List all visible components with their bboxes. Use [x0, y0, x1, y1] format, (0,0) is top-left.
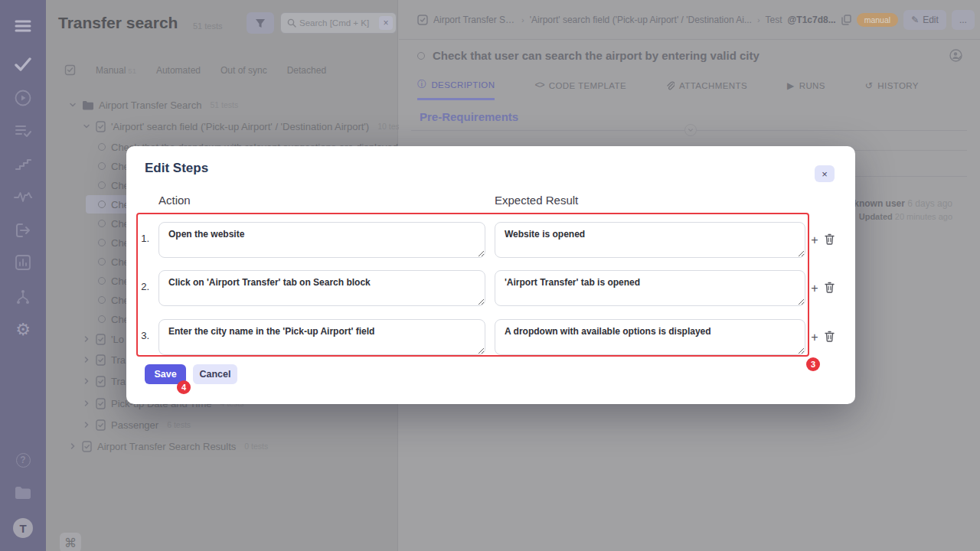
pulse-icon[interactable] [0, 183, 46, 210]
test-title-row: Check that user can search the airport b… [417, 49, 962, 62]
edit-button[interactable]: ✎Edit [903, 10, 946, 30]
modal-close-button[interactable]: × [815, 165, 835, 182]
circle-icon [98, 201, 106, 208]
tree-item-group[interactable]: Tra [83, 372, 126, 390]
command-shortcut-button[interactable]: ⌘ [60, 533, 81, 551]
select-all-icon[interactable] [64, 64, 76, 76]
login-icon[interactable] [0, 217, 46, 244]
folder-icon [82, 100, 93, 110]
document-icon [96, 419, 106, 431]
menu-icon[interactable] [0, 12, 46, 40]
tab-detached[interactable]: Detached [287, 65, 326, 76]
code-icon: <> [534, 80, 544, 91]
test-meta: Unknown user 6 days ago Updated 20 minut… [841, 197, 952, 223]
add-step-button[interactable]: + [808, 282, 821, 295]
tree-item-test[interactable]: Che [98, 157, 129, 175]
step-expected-input[interactable]: 'Airport Transfer' tab is opened [495, 270, 805, 306]
user-check-icon[interactable] [949, 49, 962, 62]
breadcrumb-test[interactable]: Test [766, 15, 782, 25]
tree-item-group[interactable]: 'Lo [83, 330, 124, 348]
help-icon[interactable]: ? [0, 446, 46, 474]
search-clear-button[interactable]: × [379, 16, 393, 30]
projects-icon[interactable] [0, 479, 46, 507]
steps-icon[interactable] [0, 150, 46, 178]
document-icon [96, 398, 106, 409]
status-circle-icon [417, 52, 425, 60]
step-number: 3. [132, 330, 149, 341]
delete-step-icon[interactable] [825, 233, 835, 245]
step-action-input[interactable]: Click on 'Airport Transfer' tab on Searc… [158, 270, 485, 306]
test-plan-icon[interactable] [0, 117, 46, 145]
tab-history[interactable]: ↺HISTORY [865, 78, 919, 100]
breadcrumb-suite[interactable]: Airport Transfer Se... [433, 15, 516, 25]
chevron-separator: › [521, 15, 524, 24]
filter-button[interactable] [247, 12, 274, 34]
tree-item-test[interactable]: Che [98, 291, 129, 309]
tree-item-test[interactable]: Che [98, 253, 129, 271]
copy-icon[interactable] [841, 15, 851, 25]
collapse-chevron-icon[interactable] [684, 124, 697, 136]
delete-step-icon[interactable] [825, 331, 835, 342]
chevron-down-icon [69, 101, 77, 109]
annotation-badge-3: 3 [806, 357, 820, 371]
history-icon: ↺ [865, 80, 873, 91]
icon-rail: ⚙ ? T [0, 0, 46, 551]
breadcrumb-group[interactable]: 'Airport' search field ('Pick-up Airport… [530, 15, 752, 25]
tree-item-group[interactable]: 'Airport' search field ('Pick-up Airport… [83, 117, 400, 135]
tab-out-of-sync[interactable]: Out of sync [220, 65, 267, 76]
chevron-right-icon [69, 442, 77, 450]
search-input[interactable] [296, 18, 379, 28]
search-box: × [280, 12, 397, 34]
tab-automated[interactable]: Automated [156, 65, 201, 76]
add-step-button[interactable]: + [808, 234, 821, 246]
tree-item-group[interactable]: Passenger6 tests [83, 416, 191, 434]
tab-attachments[interactable]: ATTACHMENTS [666, 78, 747, 100]
chevron-right-icon [83, 421, 90, 429]
tree-item-test-selected[interactable]: Che [98, 195, 129, 214]
t-logo[interactable]: T [0, 514, 46, 542]
status-badge: manual [857, 13, 898, 27]
circle-icon [98, 181, 106, 189]
step-expected-input[interactable]: Website is opened [495, 222, 805, 258]
tree-item-test[interactable]: Che [98, 214, 129, 233]
tree-item-suite[interactable]: Airport Transfer Search51 tests [69, 96, 238, 114]
chevron-right-icon [83, 399, 90, 407]
more-button[interactable]: ... [952, 10, 975, 30]
test-id[interactable]: @T1c7d8... [788, 15, 836, 25]
cancel-button[interactable]: Cancel [193, 364, 237, 384]
tree-item-test[interactable]: Che [98, 272, 129, 290]
chevron-right-icon [83, 377, 90, 385]
chevron-down-icon [83, 122, 90, 130]
gear-icon[interactable]: ⚙ [0, 316, 46, 344]
tree-item-test[interactable]: Che [98, 233, 129, 252]
circle-icon [98, 239, 106, 246]
circle-icon [98, 296, 106, 304]
chevron-right-icon [83, 335, 90, 343]
step-action-input[interactable]: Enter the city name in the 'Pick-up Airp… [158, 319, 485, 355]
circle-icon [98, 258, 106, 266]
tab-code-template[interactable]: <>CODE TEMPLATE [534, 78, 626, 100]
analytics-icon[interactable] [0, 249, 46, 276]
tree-item-test[interactable]: Che [98, 176, 129, 194]
tab-description[interactable]: ⓘDESCRIPTION [417, 78, 495, 100]
updated-time: 20 minutes ago [895, 212, 952, 221]
tab-manual[interactable]: Manual51 [96, 65, 136, 76]
check-icon[interactable] [0, 51, 46, 78]
edit-steps-modal: Edit Steps × Action Expected Result 1. O… [126, 146, 855, 404]
branch-icon[interactable] [0, 283, 46, 311]
step-expected-input[interactable]: A dropdown with available options is dis… [495, 319, 805, 355]
document-icon [96, 334, 106, 345]
author-time: 6 days ago [907, 198, 952, 209]
prereq-heading: Pre-Requirements [420, 110, 518, 123]
tree-item-group[interactable]: Tra [83, 350, 126, 369]
tree-item-test[interactable]: Che [98, 310, 129, 328]
step-action-input[interactable]: Open the website [158, 222, 485, 258]
add-step-button[interactable]: + [808, 331, 821, 344]
pencil-icon: ✎ [911, 15, 919, 25]
tree-item-suite[interactable]: Airport Transfer Search Results0 tests [69, 437, 268, 455]
play-circle-icon[interactable] [0, 84, 46, 112]
action-column-header: Action [158, 194, 191, 207]
delete-step-icon[interactable] [825, 282, 835, 293]
document-icon [96, 354, 106, 366]
tab-runs[interactable]: ▶RUNS [787, 78, 825, 100]
